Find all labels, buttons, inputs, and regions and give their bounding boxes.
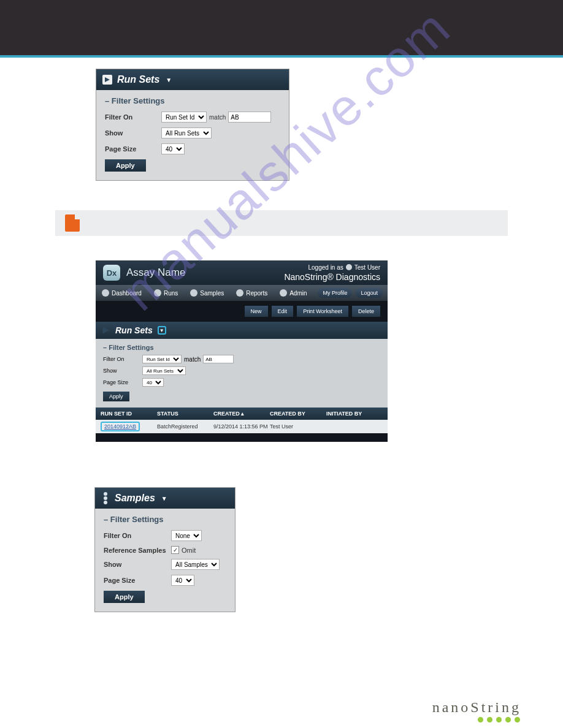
cell-createdby: Test User <box>270 423 326 430</box>
runsets-title: Run Sets <box>117 74 159 85</box>
runset-id-link[interactable]: 20140912AB <box>101 422 140 431</box>
filter-on-label: Filter On <box>105 113 161 121</box>
menu-admin[interactable]: Admin <box>274 285 313 301</box>
arrow-right-icon <box>102 326 110 335</box>
user-name: Test User <box>354 264 380 271</box>
cell-created: 9/12/2014 1:13:56 PM <box>213 423 270 430</box>
show-select[interactable]: All Run Sets <box>161 127 212 138</box>
col-created[interactable]: CREATED ▴ <box>213 411 270 417</box>
logged-in-row: Logged in as Test User <box>284 264 380 271</box>
brand-label: NanoString® Diagnostics <box>284 272 380 282</box>
dropdown-icon-highlighted[interactable]: ▼ <box>158 326 166 335</box>
note-bar <box>55 210 508 236</box>
cell-status: BatchRegistered <box>157 423 213 430</box>
menu-runs[interactable]: Runs <box>148 285 184 301</box>
show-select[interactable]: All Run Sets <box>142 366 186 375</box>
print-worksheet-button[interactable]: Print Worksheet <box>297 306 348 317</box>
apply-button[interactable]: Apply <box>105 159 146 172</box>
user-icon <box>346 264 352 270</box>
menubar: Dashboard Runs Samples Reports Admin My … <box>96 285 388 301</box>
col-status[interactable]: STATUS <box>157 411 213 417</box>
runsets-panel-header: Run Sets ▼ <box>96 69 289 90</box>
dashboard-icon <box>102 289 109 297</box>
dx-badge: Dx <box>103 265 120 281</box>
assay-name: Assay Name <box>126 267 185 279</box>
admin-icon <box>280 289 287 297</box>
show-label: Show <box>103 368 142 374</box>
filter-on-select[interactable]: None <box>171 530 202 541</box>
col-initiatedby[interactable]: INITIATED BY <box>326 411 383 417</box>
filter-on-label: Filter On <box>103 356 142 362</box>
page-size-select[interactable]: 40 <box>161 143 185 154</box>
filter-settings-label: – Filter Settings <box>104 515 226 524</box>
filter-on-label: Filter On <box>104 532 171 539</box>
logout-button[interactable]: Logout <box>356 288 383 298</box>
omit-checkbox[interactable]: ✓ <box>171 546 179 554</box>
menu-dashboard[interactable]: Dashboard <box>96 285 148 301</box>
filter-on-select[interactable]: Run Set Id <box>161 112 207 123</box>
menu-samples[interactable]: Samples <box>184 285 230 301</box>
app-screenshot: Dx Assay Name Logged in as Test User Nan… <box>96 260 388 442</box>
nanostring-logo-text: nanoString <box>432 699 521 716</box>
match-label: match <box>209 114 226 121</box>
logo-dots-icon <box>432 717 521 722</box>
filter-settings-label: – Filter Settings <box>103 344 380 351</box>
filter-on-select[interactable]: Run Set Id <box>142 355 182 363</box>
runsets-filter-panel: Run Sets ▼ – Filter Settings Filter On R… <box>96 69 508 181</box>
updown-icon <box>101 492 110 504</box>
table-header: RUN SET ID STATUS CREATED ▴ CREATED BY I… <box>96 408 388 420</box>
reports-icon <box>236 289 243 297</box>
reference-samples-label: Reference Samples <box>104 547 171 554</box>
omit-label: Omit <box>182 547 196 554</box>
col-runsetid[interactable]: RUN SET ID <box>101 411 157 417</box>
page-size-select[interactable]: 40 <box>142 378 164 387</box>
new-button[interactable]: New <box>245 306 268 317</box>
dropdown-icon[interactable]: ▼ <box>166 77 172 83</box>
show-label: Show <box>105 129 161 137</box>
page-size-label: Page Size <box>103 379 142 385</box>
table-row: 20140912AB BatchRegistered 9/12/2014 1:1… <box>96 420 388 433</box>
logged-in-label: Logged in as <box>308 264 343 271</box>
show-label: Show <box>104 561 171 568</box>
delete-button[interactable]: Delete <box>352 306 380 317</box>
top-bar <box>0 0 563 58</box>
samples-title: Samples <box>115 493 155 504</box>
samples-icon <box>190 289 197 297</box>
apply-button[interactable]: Apply <box>104 591 145 603</box>
page-size-label: Page Size <box>104 577 171 584</box>
show-select[interactable]: All Samples <box>171 559 220 570</box>
match-input[interactable] <box>228 112 271 123</box>
runs-icon <box>154 289 161 297</box>
page-size-select[interactable]: 40 <box>171 575 194 586</box>
col-createdby[interactable]: CREATED BY <box>270 411 326 417</box>
menu-reports[interactable]: Reports <box>230 285 274 301</box>
apply-button[interactable]: Apply <box>103 392 129 401</box>
samples-panel-header: Samples ▼ <box>95 488 235 509</box>
my-profile-button[interactable]: My Profile <box>318 288 352 298</box>
match-label: match <box>184 356 201 363</box>
page-size-label: Page Size <box>105 145 161 153</box>
dropdown-icon[interactable]: ▼ <box>161 495 167 502</box>
note-icon <box>65 214 80 232</box>
filter-settings-label: – Filter Settings <box>105 96 280 105</box>
footer-logo: nanoString <box>432 699 521 722</box>
runsets-title: Run Sets <box>115 325 153 335</box>
arrow-right-icon <box>102 75 112 85</box>
edit-button[interactable]: Edit <box>272 306 294 317</box>
samples-filter-panel: Samples ▼ – Filter Settings Filter On No… <box>94 487 508 612</box>
match-input[interactable] <box>203 355 234 363</box>
